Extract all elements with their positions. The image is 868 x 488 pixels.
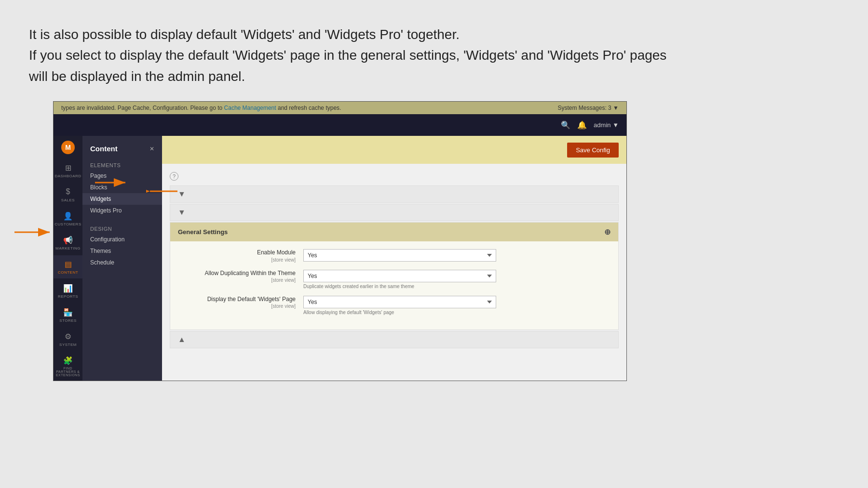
notification-text: types are invalidated. Page Cache, Confi…: [61, 105, 341, 111]
notification-bar: types are invalidated. Page Cache, Confi…: [54, 102, 626, 114]
main-content: Save Config ? ▼ ▼ General Settin: [162, 136, 626, 381]
sidebar-link-blocks[interactable]: Blocks: [82, 182, 162, 193]
sidebar-item-sales[interactable]: $ SALES: [54, 183, 82, 206]
sidebar-item-dashboard[interactable]: ⊞ DASHBOARD: [54, 159, 82, 182]
content-menu-title: Content: [90, 145, 118, 153]
admin-body: M ⊞ DASHBOARD $ SALES 👤 CUSTOMERS 📢 MARK…: [54, 136, 626, 381]
sidebar-link-widgets[interactable]: Widgets: [82, 193, 162, 205]
sidebar-link-pages[interactable]: Pages: [82, 170, 162, 182]
sidebar-item-customers[interactable]: 👤 CUSTOMERS: [54, 207, 82, 230]
customers-label: CUSTOMERS: [54, 222, 81, 226]
display-widgets-select[interactable]: Yes No: [303, 296, 496, 308]
sidebar-link-schedule[interactable]: Schedule: [82, 257, 162, 268]
description-block: It is also possible to display default '…: [0, 0, 868, 101]
sidebar-item-stores[interactable]: 🏪 STORES: [54, 303, 82, 327]
content-icon: ▤: [63, 259, 73, 269]
elements-section-header: Elements: [82, 158, 162, 170]
marketing-label: MARKETING: [55, 246, 81, 251]
setting-row-allow-duplicating: Allow Duplicating Within the Theme [stor…: [178, 270, 610, 289]
magento-logo[interactable]: M: [61, 141, 75, 154]
admin-ui: types are invalidated. Page Cache, Confi…: [53, 101, 627, 381]
admin-user-menu[interactable]: admin ▼: [594, 121, 619, 129]
chevron-down-icon: ▼: [178, 190, 186, 198]
customers-icon: 👤: [63, 211, 73, 221]
enable-module-label: Enable Module [store view]: [178, 249, 303, 263]
cache-management-link[interactable]: Cache Management: [224, 105, 276, 111]
display-widgets-label: Display the Default 'Widgets' Page [stor…: [178, 296, 303, 310]
sidebar-item-reports[interactable]: 📊 REPORTS: [54, 279, 82, 303]
accordion-body-general: Enable Module [store view] Yes No: [170, 241, 618, 330]
stores-icon: 🏪: [63, 307, 73, 317]
content-area: ? ▼ ▼ General Settings ⊕: [162, 164, 626, 381]
notifications-icon[interactable]: 🔔: [577, 120, 587, 130]
help-icon[interactable]: ?: [170, 172, 178, 181]
accordion-expand-icon: ⊕: [604, 227, 610, 237]
sidebar-item-marketing[interactable]: 📢 MARKETING: [54, 231, 82, 254]
enable-module-control: Yes No: [303, 249, 496, 262]
dashboard-icon: ⊞: [63, 163, 73, 172]
design-section-header: Design: [82, 222, 162, 234]
system-messages[interactable]: System Messages: 3 ▼: [557, 105, 619, 111]
collapsed-row-2[interactable]: ▼: [170, 204, 619, 221]
extensions-icon: 🧩: [63, 356, 73, 365]
enable-module-select[interactable]: Yes No: [303, 249, 496, 262]
search-icon[interactable]: 🔍: [561, 120, 570, 130]
sidebar-item-extensions[interactable]: 🧩 FIND PARTNERS & EXTENSIONS: [54, 352, 82, 381]
allow-duplicating-hint: Duplicate widgets created earlier in the…: [303, 284, 496, 289]
sales-icon: $: [63, 187, 73, 197]
description-line3: will be displayed in the admin panel.: [29, 66, 839, 87]
setting-row-display-widgets: Display the Default 'Widgets' Page [stor…: [178, 296, 610, 315]
sidebar-link-widgets-pro[interactable]: Widgets Pro: [82, 205, 162, 216]
extensions-label: FIND PARTNERS & EXTENSIONS: [55, 367, 81, 377]
accordion-header-general[interactable]: General Settings ⊕: [170, 223, 618, 241]
chevron-up-icon: ▲: [178, 335, 186, 344]
system-label: SYSTEM: [59, 343, 77, 347]
sidebar-item-content[interactable]: ▤ CONTENT: [54, 255, 82, 278]
content-sidebar: Content ✕ Elements Pages Blocks Widgets …: [82, 136, 162, 381]
collapsed-row-1[interactable]: ▼: [170, 185, 619, 203]
close-icon[interactable]: ✕: [149, 145, 154, 152]
sales-label: SALES: [61, 198, 75, 202]
allow-duplicating-label: Allow Duplicating Within the Theme [stor…: [178, 270, 303, 284]
reports-label: REPORTS: [58, 294, 78, 299]
content-toolbar: Save Config: [162, 136, 626, 164]
save-config-button[interactable]: Save Config: [567, 143, 619, 158]
collapsed-row-bottom[interactable]: ▲: [170, 331, 619, 348]
stores-label: STORES: [59, 318, 77, 323]
setting-row-enable-module: Enable Module [store view] Yes No: [178, 249, 610, 263]
allow-duplicating-control: Yes No Duplicate widgets created earlier…: [303, 270, 496, 289]
display-widgets-control: Yes No Allow displaying the default 'Wid…: [303, 296, 496, 315]
description-line1: It is also possible to display default '…: [29, 24, 839, 45]
sidebar-link-configuration[interactable]: Configuration: [82, 234, 162, 245]
admin-header: 🔍 🔔 admin ▼: [54, 114, 626, 136]
content-label: CONTENT: [58, 270, 78, 275]
accordion-title-general: General Settings: [178, 228, 228, 236]
general-settings-accordion: General Settings ⊕ Enable Module [store …: [170, 222, 619, 330]
allow-duplicating-select[interactable]: Yes No: [303, 270, 496, 282]
description-line2: If you select to display the default 'Wi…: [29, 45, 839, 66]
chevron-down-icon: ▼: [178, 208, 186, 217]
marketing-icon: 📢: [63, 235, 73, 245]
sidebar-item-system[interactable]: ⚙ SYSTEM: [54, 328, 82, 351]
sidebar-icons: M ⊞ DASHBOARD $ SALES 👤 CUSTOMERS 📢 MARK…: [54, 136, 82, 381]
system-icon: ⚙: [63, 331, 73, 341]
display-widgets-hint: Allow displaying the default 'Widgets' p…: [303, 310, 496, 315]
sidebar-link-themes[interactable]: Themes: [82, 245, 162, 257]
dashboard-label: DASHBOARD: [54, 174, 81, 178]
reports-icon: 📊: [63, 283, 73, 293]
